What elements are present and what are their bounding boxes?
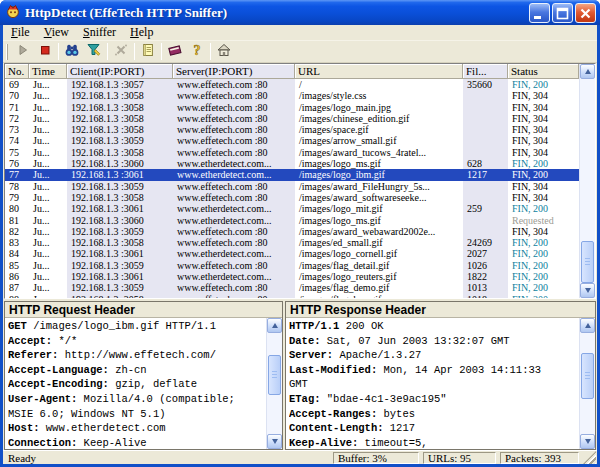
header-line: Keep-Alive: timeout=5, xyxy=(289,436,579,449)
request-header-text[interactable]: GET /images/logo_ibm.gif HTTP/1.1 Accept… xyxy=(5,318,266,449)
header-line: GMT xyxy=(289,377,579,392)
table-row[interactable]: 87 Ju... 192.168.1.3 :3059 www.effetech.… xyxy=(5,282,579,293)
table-row[interactable]: 70 Ju... 192.168.1.3 :3058 www.effetech.… xyxy=(5,90,579,101)
header-line: User-Agent: Mozilla/4.0 (compatible; xyxy=(8,392,266,407)
toolbar-separator xyxy=(210,43,211,60)
delete-button[interactable] xyxy=(110,42,132,62)
header-line: Accept-Encoding: gzip, deflate xyxy=(8,377,266,392)
response-header-text[interactable]: HTTP/1.1 200 OK Date: Sat, 07 Jun 2003 1… xyxy=(286,318,579,449)
arrow-up-icon xyxy=(585,323,591,328)
header-line: HTTP/1.1 200 OK xyxy=(289,319,579,334)
column-header-filesize[interactable]: Fil... xyxy=(463,64,508,79)
scroll-down-button[interactable] xyxy=(580,283,595,298)
resize-grip[interactable] xyxy=(583,451,596,464)
menu-bar: File View Sniffer Help xyxy=(3,25,597,40)
table-row[interactable]: 69 Ju... 192.168.1.3 :3057 www.effetech.… xyxy=(5,79,579,90)
log-button[interactable] xyxy=(137,42,159,62)
toolbar-grip[interactable] xyxy=(6,44,8,60)
stop-icon xyxy=(37,42,53,62)
svg-text:?: ? xyxy=(194,43,201,58)
table-row[interactable]: 76 Ju... 192.168.1.3 :3060 www.etherdete… xyxy=(5,158,579,169)
request-panel-scrollbar[interactable] xyxy=(266,318,282,449)
table-row[interactable]: 88 Ju... 192.168.1.3 :3058 www.effetech.… xyxy=(5,294,579,298)
scroll-down-button[interactable] xyxy=(267,434,282,449)
stop-sniffer-button[interactable] xyxy=(34,42,56,62)
table-scrollbar[interactable] xyxy=(579,64,595,298)
header-line: Date: Sat, 07 Jun 2003 13:32:07 GMT xyxy=(289,334,579,349)
scrollbar-thumb[interactable] xyxy=(581,353,594,399)
response-panel-scrollbar[interactable] xyxy=(579,318,595,449)
column-header-client[interactable]: Client(IP:PORT) xyxy=(67,64,173,79)
table-row[interactable]: 82 Ju... 192.168.1.3 :3059 www.effetech.… xyxy=(5,226,579,237)
header-line: Accept: */* xyxy=(8,334,266,349)
column-header-no[interactable]: No. xyxy=(5,64,29,79)
binoculars-find-icon xyxy=(64,42,80,62)
table-row[interactable]: 74 Ju... 192.168.1.3 :3059 www.effetech.… xyxy=(5,135,579,146)
menu-help[interactable]: Help xyxy=(123,25,160,40)
header-line: Last-Modified: Mon, 14 Apr 2003 14:11:33 xyxy=(289,363,579,378)
cut-icon xyxy=(113,42,129,62)
table-row[interactable]: 83 Ju... 192.168.1.3 :3058 www.effetech.… xyxy=(5,237,579,248)
status-packets: Packets: 393 xyxy=(500,452,579,464)
table-row[interactable]: 86 Ju... 192.168.1.3 :3061 www.etherdete… xyxy=(5,271,579,282)
scroll-up-button[interactable] xyxy=(580,64,595,79)
arrow-up-icon xyxy=(272,323,278,328)
table-row[interactable]: 77 Ju... 192.168.1.3 :3061 www.etherdete… xyxy=(5,169,579,180)
table-row[interactable]: 84 Ju... 192.168.1.3 :3061 www.etherdete… xyxy=(5,248,579,259)
column-header-url[interactable]: URL xyxy=(295,64,463,79)
menu-view[interactable]: View xyxy=(37,25,76,40)
column-header-server[interactable]: Server(IP:PORT) xyxy=(173,64,295,79)
minimize-button[interactable] xyxy=(529,3,550,23)
filter-button[interactable] xyxy=(83,42,105,62)
menu-file[interactable]: File xyxy=(4,25,37,40)
table-row[interactable]: 71 Ju... 192.168.1.3 :3058 www.effetech.… xyxy=(5,102,579,113)
window-controls xyxy=(529,3,596,23)
status-ready-text: Ready xyxy=(3,452,333,464)
home-icon xyxy=(216,42,232,62)
log-document-icon xyxy=(140,42,156,62)
book-icon xyxy=(167,42,183,62)
table-row[interactable]: 81 Ju... 192.168.1.3 :3060 www.etherdete… xyxy=(5,215,579,226)
table-row[interactable]: 79 Ju... 192.168.1.3 :3058 www.effetech.… xyxy=(5,192,579,203)
header-line: Accept-Language: zh-cn xyxy=(8,363,266,378)
close-button[interactable] xyxy=(575,3,596,23)
maximize-button[interactable] xyxy=(552,3,573,23)
table-header: No. Time Client(IP:PORT) Server(IP:PORT)… xyxy=(5,64,579,79)
header-line: ETag: "bdae-4c1-3e9ac195" xyxy=(289,392,579,407)
arrow-up-icon xyxy=(585,69,591,74)
help-icon: ? xyxy=(189,42,205,62)
header-line: Referer: http://www.effetech.com/ xyxy=(8,348,266,363)
find-button[interactable] xyxy=(61,42,83,62)
app-icon xyxy=(5,3,21,23)
menu-sniffer[interactable]: Sniffer xyxy=(76,25,123,40)
help-button[interactable]: ? xyxy=(186,42,208,62)
header-line: GET /images/logo_ibm.gif HTTP/1.1 xyxy=(8,319,266,334)
scrollbar-thumb[interactable] xyxy=(268,355,281,395)
header-line: MSIE 6.0; Windows NT 5.1) xyxy=(8,407,266,422)
title-bar[interactable]: HttpDetect (EffeTech HTTP Sniffer) xyxy=(0,0,600,25)
scroll-up-button[interactable] xyxy=(267,318,282,333)
table-row[interactable]: 85 Ju... 192.168.1.3 :3059 www.effetech.… xyxy=(5,260,579,271)
status-buffer: Buffer: 3% xyxy=(333,452,419,464)
header-line: Connection: Keep-Alive xyxy=(8,436,266,449)
start-sniffer-button[interactable] xyxy=(12,42,34,62)
column-header-time[interactable]: Time xyxy=(29,64,67,79)
table-row[interactable]: 75 Ju... 192.168.1.3 :3058 www.effetech.… xyxy=(5,147,579,158)
header-line: Server: Apache/1.3.27 xyxy=(289,348,579,363)
window-body: File View Sniffer Help xyxy=(3,25,597,464)
home-button[interactable] xyxy=(213,42,235,62)
column-header-status[interactable]: Status xyxy=(508,64,579,79)
table-row[interactable]: 78 Ju... 192.168.1.3 :3059 www.effetech.… xyxy=(5,181,579,192)
table-row[interactable]: 73 Ju... 192.168.1.3 :3058 www.effetech.… xyxy=(5,124,579,135)
request-header-panel: HTTP Request Header GET /images/logo_ibm… xyxy=(4,301,283,450)
table-row[interactable]: 72 Ju... 192.168.1.3 :3058 www.effetech.… xyxy=(5,113,579,124)
manual-button[interactable] xyxy=(164,42,186,62)
header-line: Accept-Ranges: bytes xyxy=(289,407,579,422)
scroll-down-button[interactable] xyxy=(580,434,595,449)
toolbar-separator xyxy=(107,43,108,60)
scrollbar-thumb[interactable] xyxy=(581,241,594,283)
http-connections-table: No. Time Client(IP:PORT) Server(IP:PORT)… xyxy=(4,63,596,299)
toolbar-separator xyxy=(134,43,135,60)
table-row[interactable]: 80 Ju... 192.168.1.3 :3061 www.etherdete… xyxy=(5,203,579,214)
scroll-up-button[interactable] xyxy=(580,318,595,333)
